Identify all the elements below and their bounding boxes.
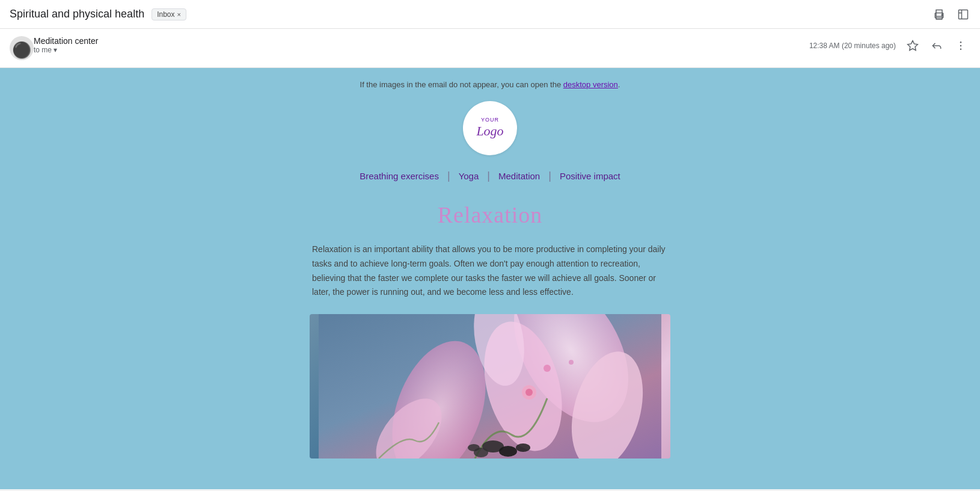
inbox-badge-label: Inbox (157, 10, 174, 19)
svg-point-2 (942, 14, 943, 16)
nav-item-yoga[interactable]: Yoga (454, 171, 484, 181)
logo-container: YOUR Logo (310, 101, 670, 155)
nav-item-positive[interactable]: Positive impact (555, 171, 625, 181)
svg-point-21 (525, 389, 533, 396)
nav-item-meditation[interactable]: Meditation (494, 171, 545, 181)
gmail-outer: Spiritual and physical health Inbox × (0, 0, 980, 491)
email-content: If the images in the email do not appear… (310, 68, 670, 471)
logo-circle: YOUR Logo (463, 101, 517, 155)
top-bar: Spiritual and physical health Inbox × (0, 0, 980, 29)
flower-svg (310, 314, 670, 459)
top-bar-right (932, 7, 970, 22)
svg-point-22 (544, 365, 551, 372)
desktop-version-link[interactable]: desktop version (563, 80, 618, 89)
email-actions (903, 36, 970, 55)
desktop-notice: If the images in the email do not appear… (310, 80, 670, 89)
relaxation-text: Relaxation is an important ability that … (310, 242, 670, 300)
avatar-icon: ⚫ (12, 42, 31, 58)
svg-point-5 (960, 42, 962, 43)
flower-image (310, 314, 670, 459)
nav-sep-3: | (545, 170, 555, 182)
svg-point-16 (499, 446, 517, 457)
logo-text: YOUR Logo (476, 117, 503, 139)
to-me[interactable]: to me ▾ (34, 46, 809, 54)
sender-info: Meditation center to me ▾ (34, 36, 809, 54)
open-new-window-icon[interactable] (956, 7, 970, 22)
star-button[interactable] (903, 36, 922, 55)
logo-logo-text: Logo (476, 123, 503, 139)
logo-your-text: YOUR (476, 117, 503, 123)
email-subject: Spiritual and physical health (10, 8, 144, 20)
svg-marker-4 (908, 41, 918, 51)
to-arrow: ▾ (54, 46, 57, 54)
email-meta: 12:38 AM (20 minutes ago) (809, 36, 970, 55)
print-icon[interactable] (932, 7, 946, 22)
nav-sep-1: | (444, 170, 454, 182)
avatar: ⚫ (10, 36, 34, 60)
relaxation-title: Relaxation (310, 202, 670, 228)
notice-text: If the images in the email do not appear… (360, 80, 562, 89)
to-label: to me (34, 46, 52, 54)
nav-menu: Breathing exercises | Yoga | Meditation … (310, 170, 670, 182)
nav-item-breathing[interactable]: Breathing exercises (355, 171, 444, 181)
reply-button[interactable] (927, 36, 946, 55)
svg-point-23 (569, 360, 574, 365)
svg-point-18 (516, 443, 530, 452)
top-bar-left: Spiritual and physical health Inbox × (10, 8, 186, 20)
more-options-button[interactable] (951, 36, 970, 55)
sender-name: Meditation center (34, 36, 809, 46)
svg-point-7 (960, 49, 962, 51)
inbox-badge-close[interactable]: × (177, 11, 181, 18)
email-header: ⚫ Meditation center to me ▾ 12:38 AM (20… (0, 29, 980, 68)
svg-point-19 (468, 444, 480, 451)
email-time: 12:38 AM (20 minutes ago) (809, 42, 896, 50)
svg-point-6 (960, 45, 962, 47)
nav-sep-2: | (483, 170, 494, 182)
svg-rect-3 (959, 10, 968, 19)
notice-period: . (618, 80, 620, 89)
inbox-badge: Inbox × (152, 8, 186, 20)
email-body: If the images in the email do not appear… (0, 68, 980, 489)
